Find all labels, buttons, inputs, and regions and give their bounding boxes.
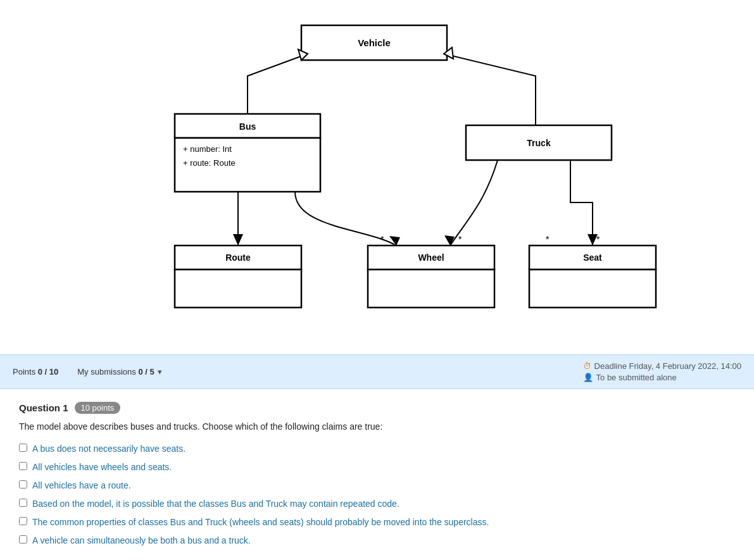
choices-list: A bus does not necessarily have seats.Al… — [19, 442, 735, 547]
choice-checkbox-5[interactable] — [19, 517, 27, 525]
question-area: Question 1 10 points The model above des… — [0, 389, 754, 560]
choice-item: A vehicle can simultaneously be both a b… — [19, 534, 735, 547]
deadline-row: ⏱ Deadline Friday, 4 February 2022, 14:0… — [583, 361, 741, 371]
alone-row: 👤 To be submitted alone — [583, 373, 741, 382]
choice-item: All vehicles have a route. — [19, 479, 735, 492]
choice-checkbox-4[interactable] — [19, 499, 27, 507]
choice-text-2: All vehicles have wheels and seats. — [32, 461, 172, 474]
alone-text: To be submitted alone — [596, 373, 677, 382]
choice-text-5: The common properties of classes Bus and… — [32, 516, 489, 529]
svg-text:Route: Route — [225, 252, 251, 263]
points-value: 0 / 10 — [38, 367, 59, 376]
svg-text:Wheel: Wheel — [418, 252, 444, 263]
choice-checkbox-3[interactable] — [19, 480, 27, 488]
choice-checkbox-1[interactable] — [19, 444, 27, 452]
choice-item: Based on the model, it is possible that … — [19, 497, 735, 511]
svg-text:Vehicle: Vehicle — [358, 37, 391, 48]
svg-text:Bus: Bus — [239, 121, 256, 132]
svg-text:Seat: Seat — [583, 252, 602, 263]
svg-text:*: * — [596, 234, 600, 244]
points-label: Points 0 / 10 — [13, 367, 58, 376]
person-icon: 👤 — [583, 373, 593, 382]
question-header: Question 1 10 points — [19, 402, 735, 414]
choice-item: A bus does not necessarily have seats. — [19, 442, 735, 456]
choice-checkbox-2[interactable] — [19, 462, 27, 470]
status-bar: Points 0 / 10 My submissions 0 / 5 ▾ ⏱ D… — [0, 354, 754, 389]
svg-text:*: * — [380, 234, 384, 244]
svg-text:*: * — [458, 234, 462, 244]
svg-rect-16 — [529, 270, 656, 308]
choice-text-1: A bus does not necessarily have seats. — [32, 442, 185, 456]
choice-item: All vehicles have wheels and seats. — [19, 461, 735, 474]
choice-checkbox-6[interactable] — [19, 535, 27, 544]
question-title: Question 1 — [19, 402, 68, 413]
deadline-text: Deadline Friday, 4 February 2022, 14:00 — [594, 361, 741, 371]
svg-text:Truck: Truck — [527, 138, 551, 148]
submissions-label: My submissions 0 / 5 ▾ — [77, 367, 162, 376]
submissions-value: 0 / 5 — [138, 367, 156, 376]
svg-marker-21 — [233, 234, 243, 246]
choice-text-6: A vehicle can simultaneously be both a b… — [32, 534, 251, 547]
deadline-info: ⏱ Deadline Friday, 4 February 2022, 14:0… — [583, 361, 741, 382]
svg-rect-13 — [368, 270, 494, 308]
svg-text:+ number: Int: + number: Int — [183, 144, 232, 154]
uml-diagram: Vehicle Bus + number: Int + route: Route… — [92, 13, 662, 335]
question-description: The model above describes buses and truc… — [19, 420, 735, 433]
points-badge: 10 points — [75, 402, 121, 414]
submissions-dropdown[interactable]: ▾ — [158, 367, 162, 376]
choice-text-4: Based on the model, it is possible that … — [32, 497, 399, 511]
svg-text:+ route: Route: + route: Route — [183, 158, 236, 168]
svg-text:*: * — [546, 234, 550, 244]
clock-icon: ⏱ — [583, 361, 591, 371]
diagram-area: Vehicle Bus + number: Int + route: Route… — [0, 0, 754, 354]
svg-rect-10 — [175, 270, 301, 308]
choice-text-3: All vehicles have a route. — [32, 479, 131, 492]
choice-item: The common properties of classes Bus and… — [19, 516, 735, 529]
